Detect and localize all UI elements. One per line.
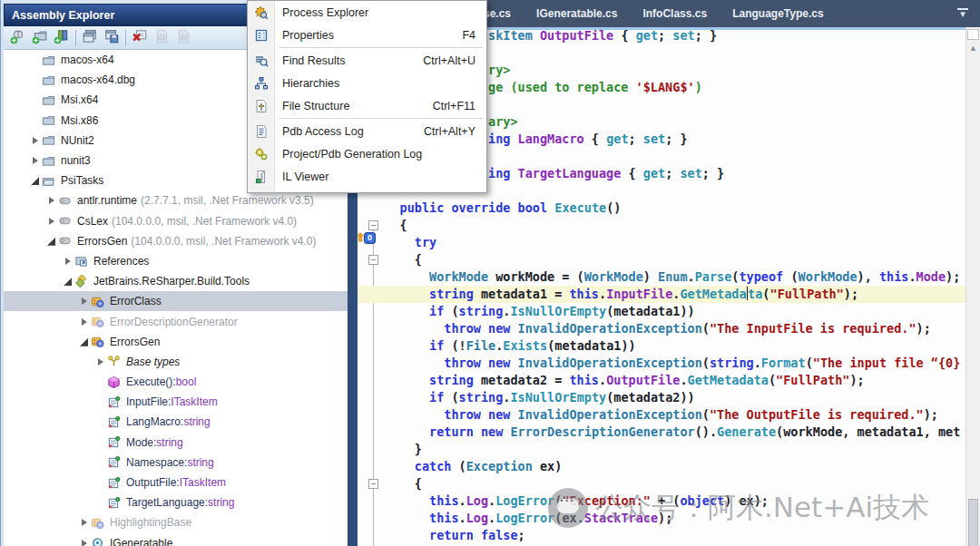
collapse-icon[interactable]: [62, 275, 74, 288]
menu-item-hierarchies[interactable]: Hierarchies: [248, 72, 486, 94]
tree-item-targetlanguage[interactable]: TargetLanguage:string: [4, 492, 348, 512]
tree-item-execute[interactable]: Execute():bool: [4, 372, 348, 392]
menu-item-process-explorer[interactable]: Process Explorer: [248, 1, 486, 24]
tree-item-label: HighlightingBase: [110, 516, 191, 529]
expand-icon[interactable]: [62, 255, 74, 268]
tree-item-inputfile[interactable]: InputFile:ITaskItem: [4, 392, 348, 412]
menu-item-properties[interactable]: PropertiesF4: [248, 24, 486, 46]
tree-item-antlr-runtime[interactable]: antlr.runtime(2.7.7.1, msil, .Net Framew…: [4, 190, 348, 210]
toolbar-separator: [75, 30, 76, 46]
property-icon: [107, 435, 122, 450]
tree-item-label: (2.7.7.1, msil, .Net Framework v3.5): [141, 194, 314, 207]
collapse-icon[interactable]: [45, 235, 58, 248]
expand-icon[interactable]: [78, 516, 91, 529]
tree-item-errordescriptiongenerator[interactable]: ErrorDescriptionGenerator: [4, 311, 348, 331]
remove-button[interactable]: [129, 28, 151, 48]
assembly-icon: [58, 193, 74, 208]
expander-spacer: [94, 436, 107, 449]
tab-igeneratable-cs[interactable]: IGeneratable.cs: [524, 0, 630, 27]
save-window-button[interactable]: [101, 28, 122, 48]
explore-window-button[interactable]: [79, 28, 101, 48]
menu-item-project-pdb-generation-log[interactable]: Project/Pdb Generation Log: [248, 142, 486, 165]
code-line-current: string metadata1 = this.InputFile.GetMet…: [358, 286, 965, 303]
code-line: {: [370, 251, 965, 268]
tree-item-base-types[interactable]: Base types: [4, 352, 348, 372]
tree-item-igeneratable[interactable]: IGeneratable: [4, 533, 348, 546]
tree-item-label: Msi.x64: [61, 93, 98, 106]
expand-icon[interactable]: [78, 537, 91, 546]
folder-icon: [42, 153, 57, 168]
tree-item-label: (104.0.0.0, msil, .Net Framework v4.0): [112, 215, 297, 228]
expand-icon[interactable]: [45, 215, 58, 228]
remove-icon: [132, 28, 148, 48]
menu-item-il-viewer[interactable]: IL Viewer: [248, 165, 486, 188]
menu-item-label: Find Results: [282, 54, 345, 67]
menu-item-label: Process Explorer: [282, 6, 368, 19]
property-icon: [107, 395, 122, 409]
menu-item-label: File Structure: [282, 100, 349, 112]
code-line: if (string.IsNullOrEmpty(metadata2)): [370, 389, 965, 406]
collapse-icon[interactable]: [29, 174, 42, 187]
open-folder-button[interactable]: [29, 28, 51, 48]
log-doc-icon: [248, 124, 275, 139]
expand-icon[interactable]: [29, 154, 42, 167]
menu-item-file-structure[interactable]: File StructureCtrl+F11: [248, 94, 486, 117]
tab-overflow-icon[interactable]: [956, 7, 969, 20]
tree-item-label: OutputFile:: [126, 476, 180, 489]
tree-item-references[interactable]: References: [4, 251, 348, 271]
expand-icon[interactable]: [78, 316, 91, 328]
tab-label: IGeneratable.cs: [536, 7, 617, 20]
menu-item-label: IL Viewer: [282, 171, 328, 183]
window-icon: [82, 28, 98, 48]
folder-icon: [42, 53, 57, 67]
tree-item-outputfile[interactable]: OutputFile:ITaskItem: [4, 473, 348, 492]
open-binary-icon: [10, 28, 26, 48]
tree-item-label: LangMacro:: [126, 415, 183, 428]
tree-item-errorsgen[interactable]: ErrorsGen: [4, 332, 348, 352]
tree-item-label: Namespace:: [126, 456, 187, 469]
scrollbar-split-box[interactable]: [967, 29, 979, 40]
open-list-button[interactable]: [51, 28, 73, 48]
class-icon: [91, 294, 106, 308]
tree-item-label: ITaskItem: [171, 395, 217, 408]
tab-languagetype-cs[interactable]: LanguageType.cs: [720, 0, 836, 27]
tree-item-langmacro[interactable]: LangMacro:string: [4, 412, 348, 432]
tree-item-label: Msi.x86: [61, 114, 98, 127]
menu-item-pdb-access-log[interactable]: Pdb Access LogCtrl+Alt+Y: [248, 120, 486, 142]
property-icon: [107, 455, 122, 470]
menu-item-shortcut: Ctrl+F11: [433, 100, 475, 112]
gears-icon: [248, 147, 275, 161]
tree-item-cslex[interactable]: CsLex(104.0.0.0, msil, .Net Framework v4…: [4, 211, 348, 231]
code-line: this.Log.LogError(ex.StackTrace);: [370, 510, 965, 527]
editor-scrollbar[interactable]: ▲: [965, 27, 980, 546]
code-line: {: [370, 217, 965, 234]
scrollbar-thumb[interactable]: [968, 499, 978, 546]
hierarchy-icon: [248, 76, 275, 91]
tree-item-jetbrains-resharper-build-tools[interactable]: JetBrains.ReSharper.Build.Tools: [4, 271, 348, 291]
tree-item-label: ErrorsGen: [110, 336, 160, 348]
find-results-icon: [248, 54, 275, 68]
code-line: if (string.IsNullOrEmpty(metadata1)): [370, 303, 965, 320]
open-assembly-button[interactable]: [7, 28, 29, 48]
folder-icon: [42, 93, 57, 107]
tree-item-namespace[interactable]: Namespace:string: [4, 453, 348, 473]
property-icon: [107, 475, 122, 490]
collapse-icon[interactable]: [78, 336, 91, 348]
scroll-up-icon[interactable]: ▲: [966, 44, 980, 53]
tree-item-highlightingbase[interactable]: HighlightingBase: [4, 512, 348, 532]
class-icon: [91, 315, 106, 329]
menu-item-label: Project/Pdb Generation Log: [282, 148, 422, 161]
tree-item-errorsgen[interactable]: ErrorsGen(104.0.0.0, msil, .Net Framewor…: [4, 231, 348, 251]
tab-infoclass-cs[interactable]: InfoClass.cs: [630, 0, 720, 27]
expand-icon[interactable]: [94, 356, 107, 368]
menu-item-find-results[interactable]: Find ResultsCtrl+Alt+U: [248, 49, 486, 72]
menu-item-shortcut: F4: [462, 29, 475, 42]
expand-icon[interactable]: [78, 295, 91, 307]
tree-item-label: string: [183, 415, 210, 428]
doc-disabled-icon: [153, 28, 170, 48]
expand-icon[interactable]: [29, 134, 42, 147]
tree-item-mode[interactable]: Mode:string: [4, 433, 348, 453]
expand-icon[interactable]: [45, 194, 58, 207]
tree-item-errorclass[interactable]: ErrorClass: [4, 291, 348, 311]
expander-spacer: [94, 476, 107, 489]
